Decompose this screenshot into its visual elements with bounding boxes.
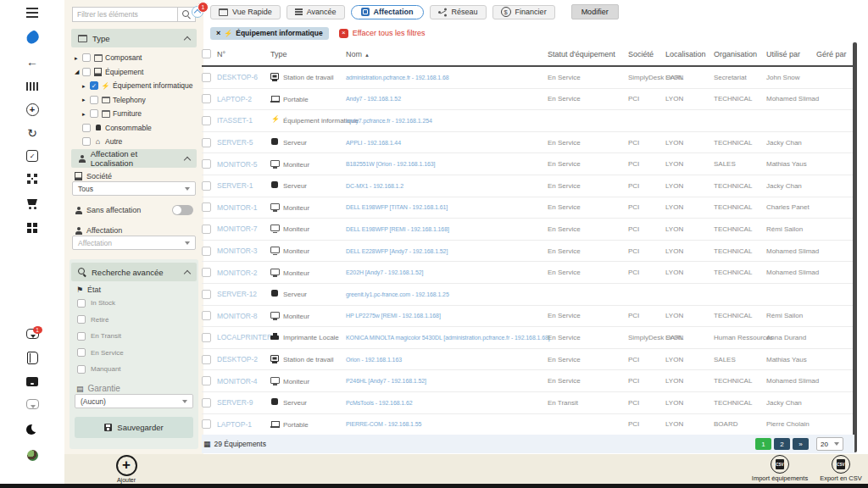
export-csv-button[interactable]: CSV Export en CSV xyxy=(800,455,868,482)
equipment-num-link[interactable]: LAPTOP-2 xyxy=(217,95,252,103)
equipment-name-link[interactable]: KONICA MINOLTA magicolor 5430DL [adminis… xyxy=(346,335,550,341)
equipment-name-link[interactable]: andy7.pcfrance.fr - 192.168.1.254 xyxy=(346,118,432,124)
column-header-num[interactable]: N° xyxy=(217,42,270,66)
tree-item[interactable]: Autre xyxy=(75,136,200,147)
qr-code-icon[interactable] xyxy=(25,171,40,186)
row-checkbox[interactable] xyxy=(202,398,211,408)
inbox-icon[interactable] xyxy=(26,377,38,386)
equipment-num-link[interactable]: MONITOR-8 xyxy=(217,312,258,320)
equipment-name-link[interactable]: DELL E198WFP [REMI - 192.168.1.168] xyxy=(346,226,449,232)
equipment-name-link[interactable]: DELL E198WFP [TITAN - 192.168.1.61] xyxy=(346,204,448,210)
equipment-num-link[interactable]: MONITOR-5 xyxy=(217,160,258,169)
equipment-num-link[interactable]: SERVER-5 xyxy=(217,138,253,147)
equipment-name-link[interactable]: HP LP2275w [REMI - 192.168.1.168] xyxy=(346,313,441,319)
etat-option[interactable]: En Transit xyxy=(77,331,124,341)
save-button[interactable]: Sauvegarder xyxy=(75,417,193,438)
affectation-select[interactable]: Affectation xyxy=(72,236,196,250)
equipment-name-link[interactable]: PcMsTools - 192.168.1.62 xyxy=(346,400,413,406)
tree-item[interactable]: Équipement xyxy=(75,67,200,78)
tree-expand-arrow-icon[interactable] xyxy=(75,55,80,61)
tree-checkbox[interactable] xyxy=(82,53,91,62)
row-checkbox[interactable] xyxy=(202,138,211,147)
garantie-select[interactable]: (Aucun) xyxy=(75,394,193,408)
tree-checkbox[interactable] xyxy=(90,109,98,118)
menu-icon[interactable] xyxy=(25,5,40,20)
row-checkbox[interactable] xyxy=(202,311,211,320)
cart-icon[interactable] xyxy=(25,196,40,211)
etat-checkbox[interactable] xyxy=(77,365,86,374)
row-checkbox[interactable] xyxy=(202,376,211,385)
equipment-num-link[interactable]: LAPTOP-1 xyxy=(217,420,252,429)
section-header-affectation[interactable]: Affectation et Localisation xyxy=(71,149,197,168)
section-header-advanced[interactable]: Recherche avancée xyxy=(71,263,197,281)
remove-filter-icon[interactable]: × xyxy=(216,30,220,37)
equipment-num-link[interactable]: MONITOR-2 xyxy=(217,269,258,277)
tree-checkbox[interactable] xyxy=(82,137,91,146)
tree-item[interactable]: Composant xyxy=(75,53,200,64)
column-header-utilise-par[interactable]: Utilisé par xyxy=(766,42,816,66)
select-all-checkbox[interactable] xyxy=(202,49,211,58)
equipment-num-link[interactable]: MONITOR-3 xyxy=(217,247,258,255)
equipment-num-link[interactable]: SERVER-12 xyxy=(217,290,257,298)
row-checkbox[interactable] xyxy=(202,73,211,82)
filter-search-input[interactable] xyxy=(72,7,177,22)
add-button[interactable]: Ajouter xyxy=(113,455,140,483)
world-icon[interactable] xyxy=(27,450,38,461)
equipment-name-link[interactable]: E202H [Andy7 - 192.168.1.52] xyxy=(346,269,423,275)
column-header-statut[interactable]: Statut d'équipement xyxy=(548,42,628,66)
column-header-type[interactable]: Type xyxy=(270,42,346,66)
modify-button[interactable]: Modifier xyxy=(571,4,619,19)
view-tab[interactable]: Avancée xyxy=(287,5,345,19)
row-checkbox[interactable] xyxy=(202,202,211,212)
equipment-name-link[interactable]: administration.pcfrance.fr - 192.168.1.6… xyxy=(346,75,449,80)
equipment-num-link[interactable]: DESKTOP-2 xyxy=(217,355,258,363)
row-checkbox[interactable] xyxy=(202,225,211,234)
last-page-button[interactable]: » xyxy=(793,438,809,450)
column-header-organisation[interactable]: Organisation xyxy=(714,42,766,66)
tree-item[interactable]: Telephony xyxy=(75,95,200,106)
apps-grid-icon[interactable] xyxy=(25,220,40,236)
tree-expand-arrow-icon[interactable] xyxy=(82,111,87,117)
row-checkbox[interactable] xyxy=(202,290,211,299)
tree-checkbox[interactable] xyxy=(82,124,91,132)
address-book-icon[interactable] xyxy=(27,352,38,364)
etat-option[interactable]: Manquant xyxy=(77,364,124,374)
equipment-num-link[interactable]: DESKTOP-6 xyxy=(217,73,258,81)
equipment-name-link[interactable]: greenit.ly1.pc-france.com - 192.168.1.25 xyxy=(346,291,449,297)
clear-all-filters-button[interactable]: Effacer tous les filtres xyxy=(339,29,426,38)
equipment-num-link[interactable]: ITASSET-1 xyxy=(217,116,253,125)
etat-option[interactable]: En Service xyxy=(77,348,124,358)
table-scrollbar[interactable] xyxy=(853,42,857,452)
equipment-num-link[interactable]: SERVER-1 xyxy=(217,181,253,190)
dark-mode-moon-icon[interactable] xyxy=(25,422,40,437)
etat-option[interactable]: Retiré xyxy=(77,315,124,324)
row-checkbox[interactable] xyxy=(202,268,211,277)
row-checkbox[interactable] xyxy=(202,355,211,364)
chat-icon[interactable] xyxy=(26,399,39,409)
tree-item[interactable]: Équipement informatique xyxy=(75,80,200,92)
etat-checkbox[interactable] xyxy=(77,332,86,341)
row-checkbox[interactable] xyxy=(202,419,211,429)
section-header-type[interactable]: Type xyxy=(71,29,197,47)
tree-item[interactable]: Furniture xyxy=(75,108,200,119)
equipment-name-link[interactable]: PIERRE-COM - 192.168.1.55 xyxy=(346,421,421,427)
view-tab[interactable]: Réseau xyxy=(430,5,487,19)
equipment-name-link[interactable]: DELL E228WFP [Andy7 - 192.168.1.52] xyxy=(346,248,448,254)
column-header-nom[interactable]: Nom▲ xyxy=(346,42,548,66)
row-checkbox[interactable] xyxy=(202,247,211,256)
tree-checkbox[interactable] xyxy=(90,81,98,90)
equipment-name-link[interactable]: DC-MX1 - 192.168.1.2 xyxy=(346,183,403,189)
refresh-icon[interactable] xyxy=(25,125,40,141)
add-circle-icon[interactable] xyxy=(26,103,39,116)
equipment-name-link[interactable]: Andy7 - 192.168.1.52 xyxy=(346,96,401,102)
page-size-select[interactable]: 20 xyxy=(816,437,843,451)
etat-checkbox[interactable] xyxy=(77,299,86,308)
equipment-name-link[interactable]: P246HL [Andy7 - 192.168.1.52] xyxy=(346,378,426,384)
etat-option[interactable]: In Stock xyxy=(77,298,124,308)
view-tab[interactable]: Vue Rapide xyxy=(210,5,281,19)
etat-checkbox[interactable] xyxy=(77,348,86,357)
tree-checkbox[interactable] xyxy=(90,96,98,104)
collapse-sidebar-button[interactable]: 1 xyxy=(192,6,203,18)
barcode-scan-icon[interactable] xyxy=(25,79,40,94)
equipment-num-link[interactable]: MONITOR-7 xyxy=(217,225,258,233)
